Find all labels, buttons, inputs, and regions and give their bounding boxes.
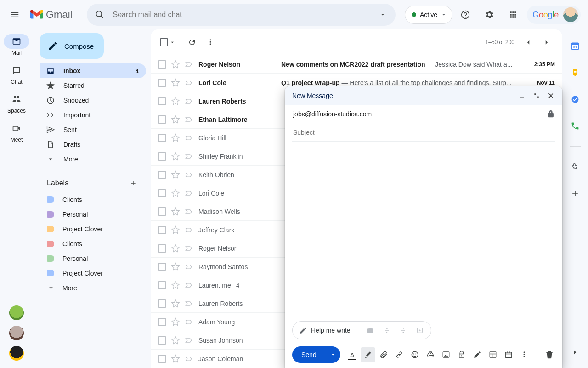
important-icon[interactable]	[185, 189, 194, 198]
image-button[interactable]	[439, 347, 453, 362]
star-icon[interactable]	[171, 299, 180, 308]
more-actions-button[interactable]	[202, 34, 219, 51]
keep-addon[interactable]	[567, 64, 583, 81]
calendar-addon[interactable]: 31	[567, 38, 583, 54]
row-checkbox[interactable]	[158, 336, 166, 345]
rail-spaces[interactable]: Spaces	[2, 90, 31, 115]
important-icon[interactable]	[185, 170, 194, 179]
compose-button[interactable]: Compose	[40, 33, 104, 59]
nav-sent[interactable]: Sent	[40, 122, 146, 137]
main-menu-button[interactable]	[4, 4, 26, 26]
contact-avatar[interactable]	[9, 326, 24, 340]
star-icon[interactable]	[171, 317, 180, 327]
row-checkbox[interactable]	[158, 134, 166, 142]
row-checkbox[interactable]	[158, 79, 166, 87]
row-checkbox[interactable]	[158, 318, 166, 326]
contact-avatar[interactable]	[9, 346, 24, 361]
important-icon[interactable]	[185, 299, 194, 308]
row-checkbox[interactable]	[158, 355, 166, 363]
star-icon[interactable]	[171, 336, 180, 345]
compose-fullscreen-button[interactable]	[529, 88, 544, 103]
page-next-button[interactable]	[538, 34, 555, 51]
star-icon[interactable]	[171, 189, 180, 198]
important-icon[interactable]	[185, 354, 194, 363]
important-icon[interactable]	[185, 207, 194, 216]
rail-meet[interactable]: Meet	[2, 119, 31, 144]
search-button[interactable]	[90, 4, 109, 26]
search-input[interactable]	[109, 11, 373, 19]
font-color-button[interactable]: A	[345, 347, 360, 362]
star-icon[interactable]	[171, 133, 180, 143]
star-icon[interactable]	[171, 207, 180, 216]
star-icon[interactable]	[171, 354, 180, 363]
drive-button[interactable]	[423, 347, 438, 362]
signature-button[interactable]	[470, 347, 485, 362]
row-checkbox[interactable]	[158, 207, 166, 216]
compose-minimize-button[interactable]	[514, 88, 529, 103]
star-icon[interactable]	[171, 60, 180, 69]
important-icon[interactable]	[185, 262, 194, 271]
hmw-elaborate-button[interactable]	[380, 324, 393, 337]
star-icon[interactable]	[171, 115, 180, 124]
important-icon[interactable]	[185, 115, 194, 124]
template-button[interactable]	[486, 347, 500, 362]
row-checkbox[interactable]	[158, 152, 166, 161]
confidential-button[interactable]	[454, 347, 469, 362]
contacts-addon[interactable]	[567, 118, 583, 134]
search-options-button[interactable]	[373, 4, 392, 26]
important-icon[interactable]	[185, 133, 194, 143]
nav-drafts[interactable]: Drafts	[40, 137, 146, 152]
label-clients[interactable]: Clients	[40, 236, 90, 251]
important-icon[interactable]	[185, 97, 194, 106]
hmw-formalize-button[interactable]	[364, 324, 377, 337]
label-project-clover[interactable]: Project Clover	[40, 266, 110, 281]
hmw-shorten-button[interactable]	[397, 324, 410, 337]
row-checkbox[interactable]	[158, 244, 166, 253]
label-more[interactable]: More	[40, 281, 85, 295]
hmw-draft-button[interactable]	[413, 324, 426, 337]
label-clients[interactable]: Clients	[40, 192, 90, 207]
send-options-button[interactable]	[326, 346, 340, 363]
discard-draft-button[interactable]	[542, 347, 557, 362]
hmw-label[interactable]: Help me write	[311, 327, 351, 334]
gmail-logo[interactable]: Gmail	[30, 9, 72, 21]
label-project-clover[interactable]: Project Clover	[40, 222, 110, 236]
star-icon[interactable]	[171, 225, 180, 235]
nav-starred[interactable]: Starred	[40, 78, 146, 93]
rail-chat[interactable]: Chat	[2, 61, 31, 86]
star-icon[interactable]	[171, 97, 180, 106]
row-checkbox[interactable]	[158, 281, 166, 289]
label-personal[interactable]: Personal	[40, 251, 95, 266]
addon-extra[interactable]	[567, 159, 583, 175]
compose-more-button[interactable]	[517, 347, 531, 362]
nav-snoozed[interactable]: Snoozed	[40, 93, 146, 108]
compose-subject-input[interactable]	[292, 128, 555, 137]
link-button[interactable]	[392, 347, 407, 362]
star-icon[interactable]	[171, 78, 180, 87]
attach-button[interactable]	[376, 347, 391, 362]
rail-mail[interactable]: Mail	[2, 32, 31, 57]
star-icon[interactable]	[171, 152, 180, 161]
row-checkbox[interactable]	[158, 171, 166, 179]
page-prev-button[interactable]	[520, 34, 537, 51]
email-row[interactable]: Roger NelsonNew comments on MCR2022 draf…	[151, 55, 562, 74]
nav-important[interactable]: Important	[40, 108, 146, 122]
important-icon[interactable]	[185, 244, 194, 253]
google-account-chip[interactable]: Google	[527, 6, 581, 24]
schedule-button[interactable]	[501, 347, 516, 362]
row-checkbox[interactable]	[158, 299, 166, 308]
compose-close-button[interactable]	[544, 88, 559, 103]
add-label-button[interactable]	[127, 177, 140, 190]
select-all[interactable]	[158, 36, 177, 48]
emoji-button[interactable]	[407, 347, 422, 362]
nav-more[interactable]: More	[40, 152, 146, 167]
label-personal[interactable]: Personal	[40, 207, 95, 222]
important-icon[interactable]	[185, 78, 194, 87]
important-icon[interactable]	[185, 225, 194, 235]
row-checkbox[interactable]	[158, 97, 166, 105]
compose-to-input[interactable]	[292, 110, 555, 118]
apps-button[interactable]	[502, 4, 524, 26]
status-chip[interactable]: Active	[405, 6, 452, 24]
tasks-addon[interactable]	[567, 91, 583, 108]
settings-button[interactable]	[478, 4, 500, 26]
